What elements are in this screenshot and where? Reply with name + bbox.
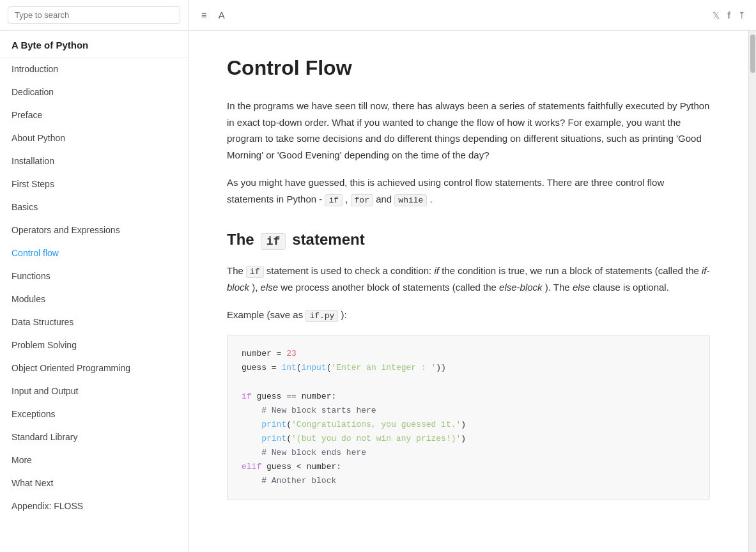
- sidebar-item-object-oriented-programming[interactable]: Object Oriented Programming: [0, 356, 188, 379]
- sidebar-item-basics[interactable]: Basics: [0, 195, 188, 218]
- facebook-icon[interactable]: f: [727, 10, 730, 20]
- sidebar-item-control-flow[interactable]: Control flow: [0, 241, 188, 264]
- s1p1-else-text: we process another block of statements (…: [281, 282, 499, 293]
- sidebar-item-installation[interactable]: Installation: [0, 150, 188, 172]
- s1p1-middle1: statement is used to check a condition:: [266, 265, 435, 276]
- sidebar-item-exceptions[interactable]: Exceptions: [0, 402, 188, 425]
- intro-and: and: [376, 194, 392, 204]
- intro-paragraph-2: As you might have guessed, this is achie…: [227, 174, 710, 208]
- s1p1-before: The: [227, 265, 246, 276]
- sidebar-title: A Byte of Python: [0, 31, 188, 57]
- section1-title: The if statement: [227, 231, 710, 250]
- s1p1-if-code: if: [246, 266, 264, 278]
- sidebar-item-introduction[interactable]: Introduction: [0, 57, 188, 80]
- sidebar-item-first-steps[interactable]: First Steps: [0, 172, 188, 195]
- s1p1-else2: else: [573, 282, 590, 293]
- twitter-icon[interactable]: 𝕏: [713, 10, 720, 20]
- example-text: Example (save as: [227, 309, 305, 320]
- sidebar-item-about-python[interactable]: About Python: [0, 126, 188, 150]
- scrollbar-thumb[interactable]: [750, 34, 755, 73]
- sidebar: A Byte of Python IntroductionDedicationP…: [0, 31, 189, 552]
- right-scrollbar[interactable]: [748, 31, 756, 552]
- code-block: number = 23 guess = int(input('Enter an …: [227, 335, 710, 500]
- s1p1-paren: ),: [252, 282, 260, 293]
- sidebar-item-data-structures[interactable]: Data Structures: [0, 310, 188, 334]
- font-icon-button[interactable]: A: [215, 7, 229, 23]
- s1p1-elseblock: else-block: [499, 282, 543, 293]
- example-end: ):: [341, 309, 347, 320]
- sidebar-item-standard-library[interactable]: Standard Library: [0, 425, 188, 448]
- sidebar-item-dedication[interactable]: Dedication: [0, 80, 188, 103]
- sidebar-item-functions[interactable]: Functions: [0, 264, 188, 288]
- font-icon: A: [219, 10, 225, 20]
- main-area: A Byte of Python IntroductionDedicationP…: [0, 31, 756, 552]
- list-icon-button[interactable]: ≡: [197, 7, 211, 23]
- intro-for-code: for: [351, 194, 373, 206]
- section1-if-code: if: [261, 233, 286, 250]
- s1p1-middle2: the condition is true, we run a block of…: [442, 265, 702, 276]
- intro-while-code: while: [394, 194, 427, 206]
- intro-dot: .: [430, 194, 433, 204]
- intro-para2-before: As you might have guessed, this is achie…: [227, 177, 664, 204]
- example-label: Example (save as if.py ):: [227, 307, 710, 323]
- sidebar-item-preface[interactable]: Preface: [0, 103, 188, 126]
- intro-if-code: if: [325, 194, 343, 206]
- example-filename: if.py: [305, 310, 338, 322]
- content-area: Control Flow In the programs we have see…: [189, 31, 748, 552]
- sidebar-item-appendix-floss[interactable]: Appendix: FLOSS: [0, 494, 188, 518]
- share-icon[interactable]: ⤒: [738, 10, 746, 20]
- sidebar-item-more[interactable]: More: [0, 448, 188, 471]
- s1p1-end: ). The: [545, 282, 573, 293]
- intro-paragraph-1: In the programs we have seen till now, t…: [227, 98, 710, 163]
- sidebar-search-area: [0, 0, 189, 30]
- s1p1-if-italic: if: [434, 265, 439, 276]
- s1p1-else-italic: else: [261, 282, 279, 293]
- section1-title-suffix: statement: [292, 231, 364, 249]
- toolbar-right: 𝕏 f ⤒: [713, 10, 756, 20]
- sidebar-item-input-and-output[interactable]: Input and Output: [0, 379, 188, 402]
- intro-comma: ,: [345, 194, 348, 204]
- section1-paragraph-1: The if statement is used to check a cond…: [227, 263, 710, 296]
- toolbar-icons: ≡ A: [189, 7, 713, 23]
- sidebar-item-modules[interactable]: Modules: [0, 288, 188, 310]
- page-title: Control Flow: [227, 56, 710, 80]
- sidebar-item-operators-and-expressions[interactable]: Operators and Expressions: [0, 218, 188, 241]
- search-input[interactable]: [8, 6, 180, 24]
- sidebar-item-problem-solving[interactable]: Problem Solving: [0, 334, 188, 356]
- s1p1-final: clause is optional.: [593, 282, 669, 293]
- list-icon: ≡: [201, 10, 207, 20]
- sidebar-item-what-next[interactable]: What Next: [0, 471, 188, 494]
- section1-title-prefix: The: [227, 231, 254, 249]
